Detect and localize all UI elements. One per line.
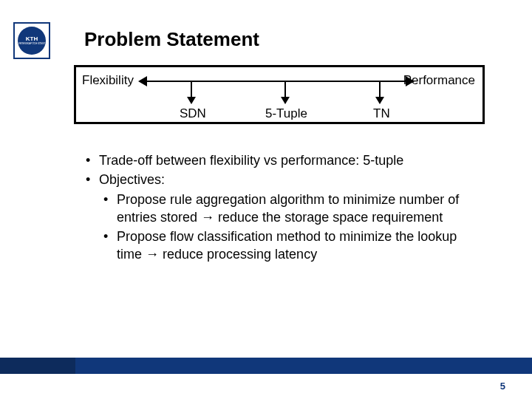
tick-tn-arrow-icon [375,97,384,104]
arrow-icon: → [201,210,214,225]
slide: KTH VETENSKAP OCH KONST Problem Statemen… [0,0,532,399]
tick-sdn [191,81,192,98]
bullet-text-post: reduce the storage space requirement [214,210,443,225]
tick-label-5tuple: 5-Tuple [265,106,307,121]
tick-5tuple [284,81,286,98]
tick-tn [379,81,381,98]
axis-left-label: Flexibility [82,73,134,88]
bullet-text: Trade-off between flexibility vs perform… [99,153,403,168]
tick-label-sdn: SDN [180,106,206,121]
list-item: Objectives: [86,171,485,188]
tick-label-tn: TN [373,106,390,121]
logo-text: KTH [26,36,38,42]
bullet-text: Objectives: [99,172,165,187]
list-item: Propose rule aggregation algorithm to mi… [86,191,485,227]
list-item: Trade-off between flexibility vs perform… [86,151,485,169]
page-number: 5 [500,381,505,392]
bullet-list: Trade-off between flexibility vs perform… [86,151,485,265]
tick-sdn-arrow-icon [187,97,196,104]
logo-frame: KTH VETENSKAP OCH KONST [13,22,50,59]
footer-accent-light [75,358,532,374]
bullet-text-post: reduce processing latency [159,247,317,262]
list-item: Propose flow classification method to mi… [86,228,485,264]
tradeoff-diagram: Flexibility Performance SDN 5-Tuple TN [74,65,485,124]
axis-line [144,81,409,82]
logo-subtext: VETENSKAP OCH KONST [18,43,46,45]
kth-logo: KTH VETENSKAP OCH KONST [13,22,50,59]
tick-5tuple-arrow-icon [281,97,290,104]
logo-circle: KTH VETENSKAP OCH KONST [18,27,46,55]
page-title: Problem Statement [84,28,259,51]
footer-accent-dark [0,358,75,374]
arrow-icon: → [146,247,159,262]
arrow-right-icon [406,76,415,86]
